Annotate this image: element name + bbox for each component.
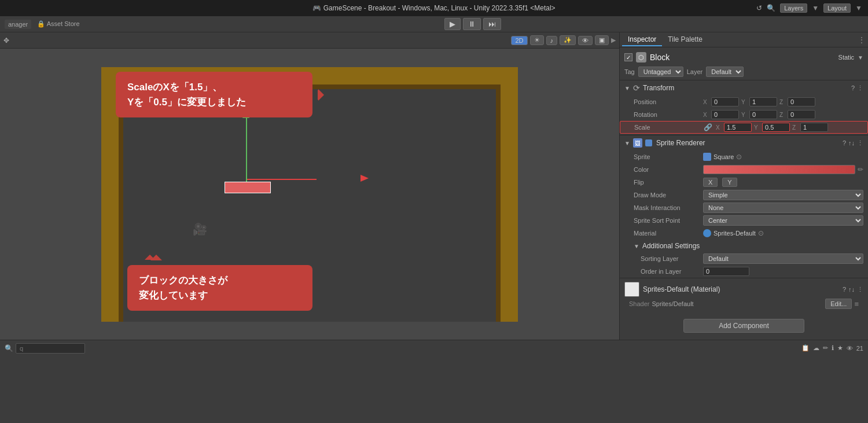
2d-button[interactable]: 2D — [511, 36, 527, 45]
add-component-row: Add Component — [620, 314, 868, 337]
sprite-renderer-settings[interactable]: ↑↓ — [848, 139, 855, 146]
shader-menu-btn[interactable]: ≡ — [854, 300, 859, 308]
order-in-layer-input[interactable] — [703, 267, 749, 276]
inner-wall-right — [496, 84, 501, 322]
shader-name: Sprites/Default — [652, 300, 823, 307]
static-arrow[interactable]: ▼ — [858, 54, 863, 61]
additional-settings-header[interactable]: ▼ Additional Settings — [620, 240, 868, 252]
search-icon-bottom: 🔍 — [5, 344, 13, 352]
play-button[interactable]: ▶ — [444, 18, 461, 30]
scale-z-field: Z — [792, 123, 828, 132]
tag-label: Tag — [624, 68, 635, 75]
position-row: Position X Y Z — [620, 95, 868, 108]
sprite-renderer-header[interactable]: ▼ 🖼 Sprite Renderer ? ↑↓ ⋮ — [620, 135, 868, 150]
material-menu-btn[interactable]: ⋮ — [857, 286, 863, 293]
color-field[interactable] — [703, 165, 855, 174]
scale-y-field: Y — [754, 123, 790, 132]
flip-buttons: X Y — [703, 178, 737, 187]
sprite-icon — [703, 153, 711, 161]
bottom-icon4[interactable]: ℹ — [832, 344, 834, 352]
block-object[interactable] — [225, 182, 271, 193]
material-pick-btn[interactable]: ⊙ — [758, 229, 764, 237]
component-checkbox[interactable] — [645, 139, 652, 146]
pos-y-input[interactable] — [749, 97, 777, 106]
bottom-icon3[interactable]: ✏ — [823, 344, 828, 352]
transform-help[interactable]: ? — [851, 84, 855, 91]
sprite-value: Square ⊙ — [703, 153, 863, 161]
material-settings-btn[interactable]: ↑↓ — [848, 286, 855, 293]
sprite-sort-point-dropdown[interactable]: Center — [703, 215, 863, 226]
material-prop-row: Material Sprites-Default ⊙ — [620, 227, 868, 240]
layout-dropdown[interactable]: Layout — [823, 3, 851, 13]
sprite-pick-btn[interactable]: ⊙ — [736, 153, 742, 161]
rot-x-input[interactable] — [711, 110, 739, 119]
bottom-count: 21 — [856, 345, 863, 352]
shader-edit-btn[interactable]: Edit... — [825, 299, 852, 309]
sorting-layer-row: Sorting Layer Default — [620, 252, 868, 265]
tab-inspector[interactable]: Inspector — [622, 34, 662, 46]
pause-button[interactable]: ⏸ — [463, 18, 481, 30]
search-icon[interactable]: 🔍 — [767, 4, 775, 12]
mask-interaction-dropdown[interactable]: None — [703, 203, 863, 213]
history-icon[interactable]: ↺ — [756, 4, 762, 12]
light-button[interactable]: ☀ — [530, 35, 544, 45]
scale-x-input[interactable] — [724, 123, 752, 132]
tag-dropdown[interactable]: Untagged — [638, 67, 683, 77]
flip-x-btn[interactable]: X — [703, 178, 718, 187]
scale-z-input[interactable] — [800, 123, 828, 132]
inspector-content: ✓ ⬡ Block Static ▼ Tag Untagged Layer De… — [620, 47, 868, 340]
hand-tool[interactable]: ✥ — [3, 36, 9, 45]
transform-menu[interactable]: ⋮ — [857, 84, 863, 92]
sprite-renderer-menu[interactable]: ⋮ — [857, 139, 863, 147]
gizmos-button[interactable]: 👁 — [578, 36, 593, 45]
inspector-more-menu[interactable]: ⋮ — [858, 35, 866, 45]
transform-header[interactable]: ▼ ⟳ Transform ? ⋮ — [620, 80, 868, 95]
bottom-icon1[interactable]: 📋 — [801, 344, 810, 352]
pos-x-input[interactable] — [711, 97, 739, 106]
material-display-name: Sprites-Default (Material) — [643, 285, 720, 293]
color-pen-icon[interactable]: ✏ — [858, 165, 863, 174]
material-help-btn[interactable]: ? — [843, 286, 846, 293]
grid-button[interactable]: ▣ — [595, 35, 609, 45]
bottom-icon2[interactable]: ☁ — [813, 344, 819, 352]
rot-y-input[interactable] — [749, 110, 777, 119]
flip-row: Flip X Y — [620, 176, 868, 189]
position-values: X Y Z — [703, 97, 863, 106]
scale-row: Scale 🔗 X Y Z — [620, 121, 868, 134]
draw-mode-dropdown[interactable]: Simple — [703, 190, 863, 200]
layers-dropdown[interactable]: Layers — [780, 3, 807, 13]
mask-interaction-label: Mask Interaction — [634, 204, 703, 211]
asset-store-tab[interactable]: 🔒 Asset Store — [35, 19, 82, 29]
rot-z-input[interactable] — [788, 110, 815, 119]
flip-y-btn[interactable]: Y — [722, 178, 737, 187]
bottom-eye-icon[interactable]: 👁 — [847, 345, 853, 352]
scale-z-axis: Z — [792, 124, 799, 131]
sorting-layer-dropdown[interactable]: Default — [703, 253, 863, 264]
layer-label: Layer — [687, 68, 703, 75]
additional-settings-arrow: ▼ — [634, 243, 639, 249]
manager-tab[interactable]: anager — [5, 20, 31, 29]
object-active-checkbox[interactable]: ✓ — [624, 53, 632, 61]
transform-arrow: ▼ — [624, 85, 630, 91]
object-name[interactable]: Block — [650, 53, 835, 62]
more-btn[interactable]: ▶ — [611, 36, 616, 44]
audio-button[interactable]: ♪ — [546, 36, 558, 45]
tab-tile-palette[interactable]: Tile Palette — [662, 34, 708, 46]
step-button[interactable]: ⏭ — [483, 18, 501, 30]
y-axis-arrow — [246, 112, 247, 182]
pos-z-axis: Z — [779, 99, 786, 105]
sprite-renderer-help[interactable]: ? — [843, 139, 846, 146]
bottom-icon5[interactable]: ★ — [837, 344, 843, 352]
bottom-search-input[interactable] — [16, 343, 85, 354]
add-component-button[interactable]: Add Component — [683, 319, 804, 333]
effects-button[interactable]: ✨ — [560, 35, 576, 45]
pos-z-input[interactable] — [788, 97, 815, 106]
scale-x-axis: X — [716, 124, 723, 131]
material-label: Material — [634, 230, 703, 237]
sprite-name: Square — [713, 153, 734, 160]
scale-y-input[interactable] — [762, 123, 790, 132]
sprite-sort-point-row: Sprite Sort Point Center — [620, 214, 868, 227]
layer-dropdown[interactable]: Default — [706, 67, 744, 77]
inner-wall-left — [119, 84, 123, 322]
scene-viewport[interactable]: 🎥 ScaleのXを「1.5」、 Yを「0.5」に変更しました ブロックの大きさ… — [0, 49, 619, 340]
